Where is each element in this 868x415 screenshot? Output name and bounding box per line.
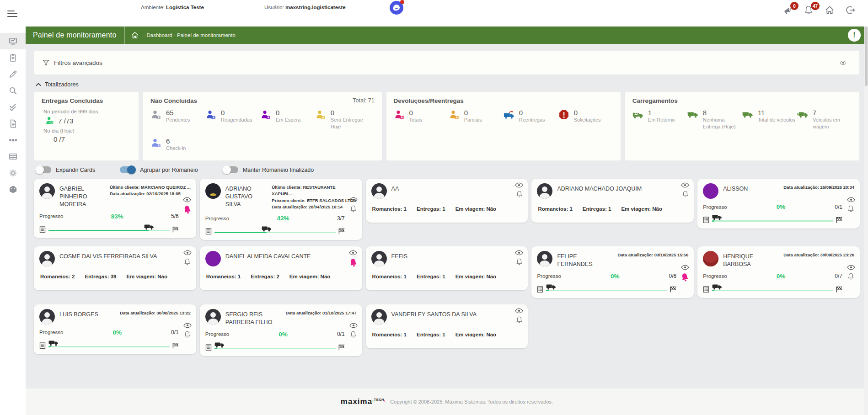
sidebar-item[interactable] <box>0 148 26 165</box>
advanced-filters-panel[interactable]: Filtros avançados <box>34 50 860 75</box>
card-devolucoes-reentregas: Devoluções/Reentregas 0Totais 0Parciais <box>386 91 621 161</box>
switch-knob[interactable] <box>222 165 231 174</box>
progress-block: Progresso 83% 5/6 <box>39 213 191 233</box>
totalizer-stat: 0Solicitações <box>558 109 613 123</box>
chat-icon[interactable] <box>390 1 403 15</box>
sidebar-item[interactable] <box>0 49 26 66</box>
sidebar-item[interactable] <box>0 181 26 197</box>
switch-track[interactable] <box>120 166 135 173</box>
switch-track[interactable] <box>36 166 51 173</box>
progress-percent: 43% <box>229 215 337 222</box>
driver-card[interactable]: DANIEL ALMEIDA CAVALCANTE Romaneios: 1En… <box>200 246 362 290</box>
totalizer-stat: 0Será Entregue Hoje <box>315 109 370 130</box>
logout-icon[interactable] <box>846 5 856 16</box>
sidebar-item[interactable] <box>0 99 26 115</box>
progress-track <box>214 348 336 349</box>
card-bell-icon[interactable] <box>847 273 854 280</box>
sidebar-item[interactable] <box>0 165 26 181</box>
page-scrollbar[interactable] <box>864 27 868 415</box>
driver-card[interactable]: FELIPE FERNANDES Data atualização: 03/10… <box>531 246 694 298</box>
driver-card[interactable]: AA Romaneios: 1Entregas: 1Em viagem: Não <box>366 179 528 223</box>
card-bell-icon[interactable] <box>182 204 193 215</box>
scrollbar-thumb[interactable] <box>865 27 868 86</box>
view-details-icon[interactable] <box>681 265 689 270</box>
switch-knob[interactable] <box>127 165 136 174</box>
card-bell-icon[interactable] <box>348 257 359 268</box>
card-title: Não Concluídas <box>150 97 197 104</box>
view-details-icon[interactable] <box>515 308 523 314</box>
card-bell-icon[interactable] <box>682 191 689 197</box>
toggle-switch[interactable]: Expandir Cards <box>36 166 95 173</box>
view-details-icon[interactable] <box>515 182 523 188</box>
progress-track <box>214 232 336 233</box>
progress-percent: 83% <box>63 213 171 220</box>
view-details-icon[interactable] <box>349 250 357 255</box>
driver-card[interactable]: FEFIS Romaneios: 1Entregas: 1Em viagem: … <box>366 246 528 290</box>
switch-track[interactable] <box>223 166 238 173</box>
view-details-icon[interactable] <box>847 265 855 270</box>
driver-card[interactable]: COSME DALVIS FERREIRADA SILVA Romaneios:… <box>34 246 196 290</box>
page-alert-button[interactable]: ! <box>848 29 861 42</box>
menu-toggle-icon[interactable] <box>7 9 17 16</box>
avatar <box>371 183 387 199</box>
home-icon[interactable] <box>825 5 835 16</box>
card-bell-icon[interactable] <box>516 258 523 265</box>
card-meta: Data atualização: 30/08/2025 13:22 <box>120 309 191 325</box>
announcements-badge: 0 <box>790 2 798 10</box>
view-details-icon[interactable] <box>681 182 689 188</box>
driver-card[interactable]: SERGIO REIS PARREIRA FILHO Data atualiza… <box>200 304 362 356</box>
card-meta: Data atualização: 25/09/2025 20:34 <box>783 183 854 199</box>
toggle-switch[interactable]: Agrupar por Romaneio <box>120 166 198 173</box>
view-details-icon[interactable] <box>349 323 358 328</box>
driver-card[interactable]: ADRIANO GUSTAVO SILVA Último cliente: RE… <box>200 179 362 240</box>
view-details-icon[interactable] <box>515 250 523 255</box>
today-value: 0 /7 <box>54 135 131 143</box>
driver-card[interactable]: LUIS BORGES Data atualização: 30/08/2025… <box>34 304 196 354</box>
card-bell-icon[interactable] <box>847 205 854 212</box>
sidebar-item[interactable] <box>0 132 26 148</box>
filter-funnel-icon <box>43 59 49 66</box>
switch-knob[interactable] <box>35 165 44 174</box>
announcements-icon[interactable]: 0 <box>783 5 793 16</box>
card-bell-icon[interactable] <box>680 272 690 282</box>
notifications-bell-icon[interactable]: 47 <box>804 5 814 16</box>
card-info: Romaneios: 1Entregas: 1Em viagem: Não <box>538 206 688 212</box>
driver-name: ALISSON <box>723 183 779 199</box>
breadcrumb-home-icon[interactable] <box>131 32 139 39</box>
driver-card[interactable]: GABRIEL PINHEIRO MOREIRA Último cliente:… <box>34 179 196 238</box>
card-info: Romaneios: 1Entregas: 1Em viagem: Não <box>372 206 523 212</box>
progress-percent: 0% <box>229 331 337 338</box>
progress-fill <box>48 230 149 231</box>
totalizer-stat: 1Em Retorno <box>632 109 687 130</box>
driver-card[interactable]: VANDERLEY SANTOS DA SILVA Romaneios: 1En… <box>366 304 528 348</box>
driver-card[interactable]: ADRIANO MACHADO JOAQUIM Romaneios: 1Entr… <box>531 179 694 223</box>
progress-label: Progresso <box>537 273 561 279</box>
card-bell-icon[interactable] <box>350 331 357 338</box>
view-details-icon[interactable] <box>183 250 192 255</box>
view-details-icon[interactable] <box>183 323 192 328</box>
driver-card[interactable]: ALISSON Data atualização: 25/09/2025 20:… <box>697 179 860 229</box>
progress-ratio: 0/7 <box>835 273 842 279</box>
finish-flag-icon <box>670 286 676 293</box>
filters-eye-icon[interactable] <box>840 59 847 66</box>
sidebar-item[interactable] <box>0 66 26 82</box>
breadcrumb: - Dashboard - Painel de monitoramento <box>143 32 235 38</box>
building-icon <box>205 344 212 351</box>
card-bell-icon[interactable] <box>516 191 523 197</box>
sidebar-item[interactable] <box>0 82 26 99</box>
totalizers-toggle[interactable]: Totalizadores <box>36 81 860 88</box>
sidebar-item[interactable] <box>0 115 26 132</box>
view-details-icon[interactable] <box>183 197 191 202</box>
card-bell-icon[interactable] <box>350 205 357 212</box>
totalizers-label: Totalizadores <box>45 81 79 88</box>
sidebar-item[interactable] <box>0 33 26 49</box>
card-bell-icon[interactable] <box>184 258 191 265</box>
view-details-icon[interactable] <box>349 197 358 202</box>
card-bell-icon[interactable] <box>516 316 523 323</box>
driver-card[interactable]: HENRIQUE BARBOSA Data atualização: 30/09… <box>697 246 860 298</box>
toggle-switch[interactable]: Manter Romaneio finalizado <box>223 166 314 173</box>
card-title: Carregamentos <box>632 97 852 104</box>
driver-name: SERGIO REIS PARREIRA FILHO <box>225 309 281 326</box>
card-bell-icon[interactable] <box>184 331 191 338</box>
view-details-icon[interactable] <box>847 197 855 202</box>
